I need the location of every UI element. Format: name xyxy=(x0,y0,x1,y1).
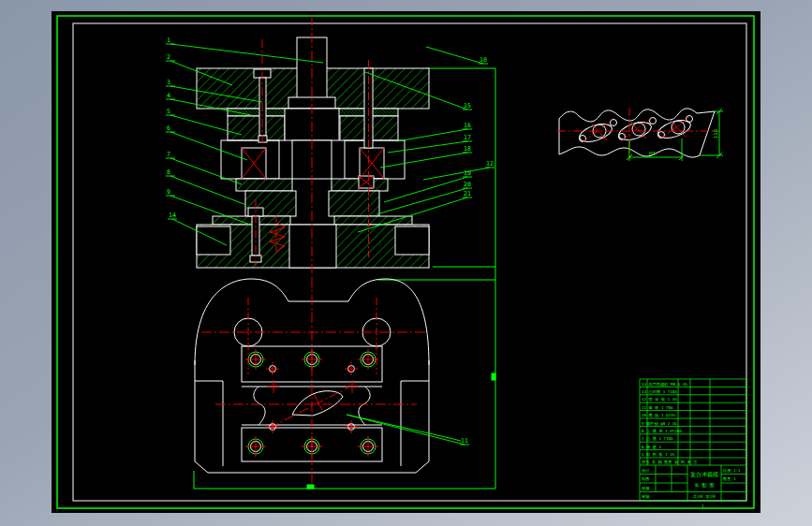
section-view xyxy=(197,15,429,273)
field-sheet: 共1张 第1张 xyxy=(693,494,716,499)
callout-2: 2 xyxy=(167,53,170,61)
drawing-subtitle: 装 配 图 xyxy=(694,482,714,489)
callout-7: 7 xyxy=(167,151,170,158)
field-audit: 审核 xyxy=(642,494,650,499)
dimension-strip-width: 110 xyxy=(713,129,718,139)
drawing-title: 复合冲裁模 xyxy=(690,471,718,478)
callout-15: 15 xyxy=(464,102,471,110)
title-block: 14 内六角螺钉 M8 4 4513 凸凹模 1 T10A12 固 定 板 1 … xyxy=(640,379,746,508)
die-block-right xyxy=(329,191,379,216)
callout-8: 8 xyxy=(167,168,170,176)
callout-11: 11 xyxy=(461,437,468,445)
callout-18: 18 xyxy=(464,145,471,153)
bom-row: 11 垫 板 1 T8A xyxy=(642,405,673,410)
strip-dimensions xyxy=(627,109,723,161)
bom-row: 6 橡 胶 2 xyxy=(642,445,661,449)
bom-row: 7 凸 模 1 T10A xyxy=(642,436,673,441)
field-qty: 数量 1 xyxy=(723,476,736,481)
plan-view xyxy=(195,277,461,483)
bom-row: 10 模 柄 1 Q235 xyxy=(642,413,676,418)
callout-1: 1 xyxy=(167,37,170,44)
field-check: 校核 xyxy=(642,486,650,490)
callout-5: 5 xyxy=(167,108,170,115)
callout-17: 17 xyxy=(464,134,471,141)
stripper-plate-left xyxy=(236,179,292,191)
bom-row: 8 上 模 座 1 HT200 xyxy=(642,429,682,433)
callout-4: 4 xyxy=(167,92,170,99)
strip-layout-view: 88 110 xyxy=(557,108,723,161)
bom-header: 序号 名 称 数量 材 料 备 注 xyxy=(642,460,698,465)
bom-row: 12 固 定 板 1 45 xyxy=(642,397,677,402)
callout-16: 16 xyxy=(464,122,471,129)
bom-row: 14 内六角螺钉 M8 4 45 xyxy=(642,382,687,387)
field-scale: 比例 1:1 xyxy=(723,468,741,474)
callout-20: 20 xyxy=(464,181,471,188)
bom-row: 5 卸 料 板 1 45 xyxy=(642,452,675,457)
border-tick xyxy=(492,373,495,380)
callout-6: 6 xyxy=(167,124,170,132)
drawing: 88 110 14 内六角螺钉 M8 4 4513 凸凹模 1 T10A12 固… xyxy=(52,11,760,513)
callout-14: 14 xyxy=(169,212,176,219)
callout-10: 10 xyxy=(480,56,487,64)
callout-21: 21 xyxy=(464,190,471,197)
cad-drawing-viewport[interactable]: 88 110 14 内六角螺钉 M8 4 4513 凸凹模 1 T10A12 固… xyxy=(52,11,760,513)
field-design: 设计 xyxy=(642,468,650,473)
callout-9: 9 xyxy=(167,188,170,196)
page-number: 1 xyxy=(701,504,704,508)
callout-12: 12 xyxy=(486,160,494,168)
callout-3: 3 xyxy=(167,79,170,86)
bom-rows: 14 内六角螺钉 M8 4 4513 凸凹模 1 T10A12 固 定 板 1 … xyxy=(642,382,687,458)
field-draw: 制图 xyxy=(642,476,649,481)
bom-row: 9 圆柱销 φ8 2 45 xyxy=(642,421,677,426)
bottom-tick xyxy=(307,485,314,489)
callout-19: 19 xyxy=(464,169,471,177)
bom-row: 13 凸凹模 1 T10A xyxy=(642,389,677,394)
plan-centerlines xyxy=(201,277,426,483)
dimension-strip-pitch: 88 xyxy=(649,151,656,156)
